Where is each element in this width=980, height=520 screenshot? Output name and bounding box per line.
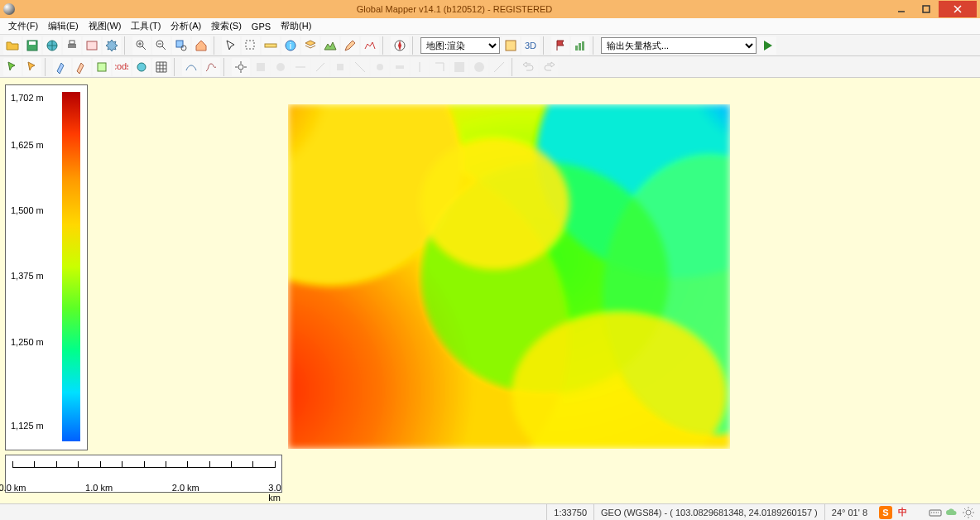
svg-rect-16 (506, 41, 516, 51)
shader-options-button[interactable] (502, 36, 520, 55)
menu-file[interactable]: 文件(F) (3, 18, 43, 34)
edit-area-button[interactable] (93, 58, 111, 76)
svg-rect-21 (98, 63, 106, 71)
tool-disabled-3 (291, 58, 310, 76)
tool-disabled-10 (430, 58, 449, 76)
scale-bar: 0.0 km 1.0 km 2.0 km 3.0 km (5, 455, 282, 493)
status-scale: 1:33750 (546, 504, 593, 520)
zoom-select-button[interactable] (172, 36, 190, 55)
menu-bar: 文件(F) 编辑(E) 视图(W) 工具(T) 分析(A) 搜索(S) GPS … (0, 18, 980, 35)
snap-button[interactable] (232, 58, 250, 76)
trace-button[interactable] (182, 58, 200, 76)
freehand-button[interactable] (202, 58, 220, 76)
legend-label: 1,125 m (11, 421, 44, 431)
workspace[interactable]: 1,702 m 1,625 m 1,500 m 1,375 m 1,250 m … (0, 78, 980, 503)
export-format-select[interactable]: 输出矢量格式... (601, 37, 757, 54)
tool-disabled-11 (450, 58, 468, 76)
run-export-button[interactable] (758, 36, 776, 55)
coords-button[interactable]: cods (113, 58, 131, 76)
path-profile-button[interactable] (361, 36, 379, 55)
tool-disabled-13 (490, 58, 508, 76)
measure-button[interactable] (262, 36, 280, 55)
legend-label: 1,250 m (11, 337, 44, 347)
settings-icon[interactable] (962, 506, 975, 519)
elevation-legend: 1,702 m 1,625 m 1,500 m 1,375 m 1,250 m … (5, 84, 88, 450)
svg-rect-25 (257, 63, 265, 71)
tool-disabled-1 (252, 58, 270, 76)
zoom-out-button[interactable] (152, 36, 171, 55)
cloud-icon[interactable] (945, 506, 958, 519)
grid-button[interactable] (152, 58, 171, 76)
svg-rect-0 (923, 6, 930, 12)
menu-analysis[interactable]: 分析(A) (166, 18, 206, 34)
tool-disabled-9 (411, 58, 429, 76)
menu-gps[interactable]: GPS (247, 20, 276, 33)
home-button[interactable] (192, 36, 210, 55)
world-button[interactable] (132, 58, 151, 76)
terrain-button[interactable] (321, 36, 339, 55)
zoom-in-button[interactable] (132, 36, 151, 55)
svg-rect-4 (68, 44, 76, 48)
svg-rect-19 (579, 43, 581, 51)
status-projection: GEO (WGS84) - ( 103.0829681348, 24.01892… (593, 504, 824, 520)
svg-rect-12 (265, 44, 276, 47)
select-rect-button[interactable] (242, 36, 260, 55)
pointer-button[interactable] (222, 36, 240, 55)
maximize-button[interactable] (914, 1, 939, 17)
system-tray: S 中 (874, 506, 980, 519)
tool-disabled-8 (391, 58, 409, 76)
flag-button[interactable] (551, 36, 569, 55)
map-view[interactable] (288, 104, 730, 449)
keyboard-icon[interactable] (929, 506, 942, 519)
svg-text:cods: cods (115, 61, 128, 71)
app-icon (3, 3, 15, 15)
edit-vertex-button[interactable] (53, 58, 71, 76)
feature-info-button[interactable]: i (281, 36, 300, 55)
menu-search[interactable]: 搜索(S) (206, 18, 247, 34)
print-button[interactable] (63, 36, 81, 55)
scale-label: 1.0 km (85, 483, 113, 493)
legend-label: 1,375 m (11, 271, 44, 281)
control-center-button[interactable] (83, 36, 101, 55)
digitize-point-button[interactable] (3, 58, 22, 76)
svg-point-24 (238, 65, 243, 70)
ime-lang-icon[interactable]: 中 (896, 506, 909, 519)
scale-label: 2.0 km (172, 483, 199, 493)
compass-button[interactable] (391, 36, 409, 55)
open-button[interactable] (3, 36, 22, 55)
svg-rect-29 (396, 65, 404, 69)
menu-help[interactable]: 帮助(H) (276, 18, 316, 34)
legend-label: 1,702 m (11, 93, 44, 103)
svg-text:i: i (290, 41, 291, 51)
toolbar-row-1: i 地图:渲染 3D 输出矢量格式... (0, 35, 980, 56)
config-button[interactable] (103, 36, 121, 55)
svg-point-10 (181, 46, 186, 51)
svg-text:S: S (882, 508, 888, 518)
menu-view[interactable]: 视图(W) (84, 18, 127, 34)
moon-icon[interactable] (912, 506, 925, 519)
svg-point-28 (377, 64, 383, 70)
edit-line-button[interactable] (73, 58, 91, 76)
view-3d-button[interactable]: 3D (521, 36, 540, 55)
save-button[interactable] (23, 36, 41, 55)
minimize-button[interactable] (889, 1, 914, 17)
scale-label: 3.0 km (268, 483, 281, 503)
pencil-button[interactable] (341, 36, 359, 55)
globe-button[interactable] (43, 36, 61, 55)
svg-rect-18 (575, 46, 578, 51)
window-title: Global Mapper v14.1 (b120512) - REGISTER… (20, 4, 889, 14)
layers-button[interactable] (301, 36, 319, 55)
svg-rect-20 (582, 41, 584, 51)
ime-sogou-icon[interactable]: S (879, 506, 892, 519)
close-button[interactable] (939, 1, 977, 17)
menu-tools[interactable]: 工具(T) (126, 18, 166, 34)
svg-rect-27 (337, 64, 343, 70)
svg-point-26 (276, 63, 285, 71)
status-coordinate: 24° 01' 8 (824, 504, 874, 520)
status-bar: 1:33750 GEO (WGS84) - ( 103.0829681348, … (0, 503, 980, 520)
render-mode-select[interactable]: 地图:渲染 (420, 37, 500, 54)
menu-edit[interactable]: 编辑(E) (43, 18, 84, 34)
digitize-line-button[interactable] (23, 58, 41, 76)
svg-point-31 (474, 62, 484, 72)
chart-button[interactable] (571, 36, 589, 55)
